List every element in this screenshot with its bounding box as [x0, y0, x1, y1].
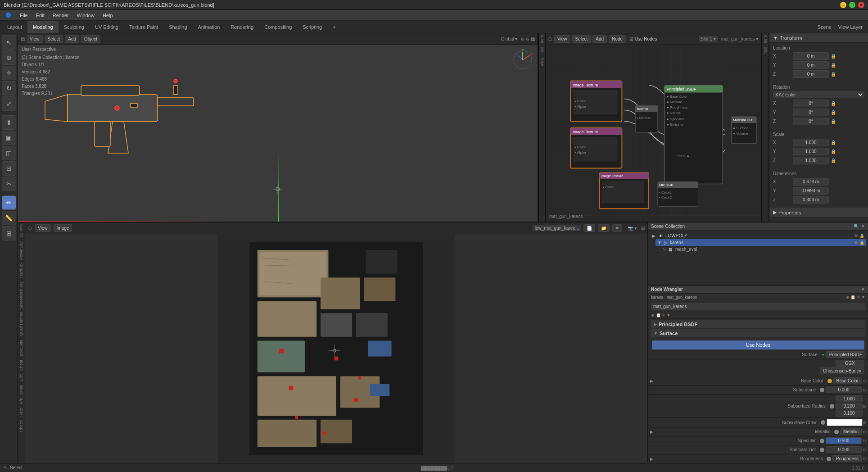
maximize-button[interactable]: □ [849, 2, 855, 8]
uv-image-content[interactable] [25, 234, 647, 463]
loc-x-input[interactable]: 0 m [793, 52, 829, 60]
tool-bevel[interactable]: ◫ [2, 146, 16, 160]
mat-options[interactable]: ⊕ 📋 ✕ ▼ [846, 295, 865, 300]
christensen-dropdown[interactable]: Christensen-Burley [820, 368, 864, 374]
close-button[interactable]: ✕ [858, 2, 864, 8]
side-screencast-tab[interactable]: ScreencastKey [18, 280, 25, 311]
rot-z-input[interactable]: 0° [793, 118, 829, 125]
uv-close-btn[interactable]: ✕ [612, 224, 622, 232]
roughness-expand[interactable]: ▶ [650, 457, 653, 461]
sub-color-menu[interactable]: ⊙ [863, 420, 866, 425]
tool-scale[interactable]: ⤢ [2, 96, 16, 111]
tab-compositing[interactable]: Compositing [259, 21, 297, 33]
subsurface-color-swatch[interactable] [827, 419, 863, 426]
properties-header[interactable]: ▶ Properties [769, 208, 868, 218]
status-select-icon[interactable]: ↖ [4, 465, 7, 470]
tab-uv-editing[interactable]: UV Editing [90, 21, 124, 33]
transform-header[interactable]: ▼ Transform [769, 33, 868, 43]
rot-lock-x[interactable]: 🔒 [831, 101, 836, 106]
vp-select-btn[interactable]: Select [45, 35, 63, 43]
dim-y-input[interactable]: 0.0994 m [793, 187, 829, 195]
sidebar-3d-tab[interactable]: Item [539, 33, 545, 45]
node-add-btn[interactable]: Add [592, 35, 607, 43]
tool-cursor[interactable]: ⊕ [2, 50, 16, 65]
surface-shader-dropdown[interactable]: Principled BSDF [826, 351, 865, 358]
scale-x-input[interactable]: 1.000 [793, 139, 829, 146]
node-node-btn[interactable]: Node [609, 35, 626, 43]
menu-file[interactable]: File [16, 12, 32, 19]
tab-texture-paint[interactable]: Texture Paint [124, 21, 163, 33]
subsurface-input[interactable] [826, 386, 862, 393]
node-select-btn[interactable]: Select [572, 35, 591, 43]
minimize-button[interactable]: ─ [840, 2, 846, 8]
vis-icon-lowpoly[interactable]: 👁 🔒 [854, 234, 864, 238]
preview-section-header[interactable]: ▶ Principled BSDF [651, 320, 865, 328]
menu-render[interactable]: Render [49, 12, 72, 19]
rotation-mode-select[interactable]: XYZ Euler [773, 91, 864, 98]
tab-add[interactable]: + [327, 21, 341, 33]
metallic-expand[interactable]: ▶ [650, 430, 653, 434]
tab-sculpting[interactable]: Sculpting [59, 21, 90, 33]
uv-view-btn[interactable]: View [35, 224, 51, 232]
menu-edit[interactable]: Edit [32, 12, 48, 19]
scale-lock-z[interactable]: 🔒 [831, 158, 836, 163]
tool-annotate[interactable]: ✏ [2, 195, 16, 210]
side-reto-tab[interactable]: Reto [18, 406, 25, 418]
side-edit-tab[interactable]: Edit [18, 372, 25, 383]
metallic-value[interactable]: Metallic [840, 428, 862, 435]
tool-measure[interactable]: 📏 [2, 211, 16, 225]
outliner-search[interactable]: 🔍 [854, 224, 859, 229]
lock-z[interactable]: 🔒 [831, 72, 836, 77]
sub-radius-menu[interactable]: ⊙ [863, 404, 866, 408]
side-boxcutte-tab[interactable]: BoxCutte [18, 338, 25, 358]
dim-z-input[interactable]: 0.304 m [793, 196, 829, 204]
rot-lock-z[interactable]: 🔒 [831, 119, 836, 124]
side-choco-tab[interactable]: Choco [18, 418, 25, 434]
scale-lock-x[interactable]: 🔒 [831, 140, 836, 145]
tab-rendering[interactable]: Rendering [225, 21, 259, 33]
tool-move[interactable]: ✛ [2, 66, 16, 80]
vp-add-btn[interactable]: Add [65, 35, 79, 43]
menu-window[interactable]: Window [73, 12, 98, 19]
node-graph-content[interactable]: Image Texture • Color • Alpha Image Text… [546, 45, 761, 222]
side-quadremes-tab[interactable]: Quad Remes [18, 310, 25, 338]
tab-modeling[interactable]: Modeling [27, 21, 59, 33]
mat-name-field[interactable]: mat_gun_kareos [653, 304, 863, 309]
outliner-filter[interactable]: ▼ [861, 224, 865, 229]
tree-item-mesh[interactable]: ▷ ▦ mesh_eval [661, 246, 866, 253]
vis-icon-kareos[interactable]: 👁 🔒 [854, 241, 864, 245]
spec-tint-menu[interactable]: ⊙ [863, 448, 866, 452]
specular-input[interactable] [826, 437, 862, 444]
rot-lock-y[interactable]: 🔒 [831, 110, 836, 115]
side-powersav-tab[interactable]: PowerSav [18, 240, 25, 262]
loc-z-input[interactable]: 0 m [793, 70, 829, 78]
specular-menu[interactable]: ⊙ [863, 439, 866, 443]
sidebar-view-tab[interactable]: View [539, 56, 545, 68]
side-cheat-tab[interactable]: Cheat [18, 358, 25, 372]
tree-item-kareos[interactable]: ▼ ▷ kareos 👁 🔒 [656, 239, 866, 246]
node-view-btn[interactable]: View [554, 35, 570, 43]
side-vfe-tab[interactable]: Vfe [18, 396, 25, 406]
sub-radius-x[interactable] [836, 395, 863, 402]
tab-scripting[interactable]: Scripting [297, 21, 327, 33]
menu-help[interactable]: Help [99, 12, 117, 19]
base-color-menu[interactable]: ⊙ [863, 379, 866, 383]
ggx-dropdown[interactable]: GGX [836, 360, 864, 367]
uv-image-btn[interactable]: Image [54, 224, 72, 232]
lock-y[interactable]: 🔒 [831, 63, 836, 68]
sub-radius-y[interactable] [836, 403, 863, 409]
specular-tint-input[interactable] [826, 446, 862, 453]
dim-x-input[interactable]: 0.678 m [793, 178, 829, 186]
metallic-menu[interactable]: ⊙ [863, 430, 866, 434]
use-nodes-button[interactable]: Use Nodes [652, 340, 864, 349]
scale-y-input[interactable]: 1.000 [793, 148, 829, 155]
scale-lock-y[interactable]: 🔒 [831, 149, 836, 154]
tool-select[interactable]: ↖ [2, 35, 16, 50]
tool-rotate[interactable]: ↻ [2, 81, 16, 95]
base-color-value[interactable]: Base Color [833, 377, 862, 384]
tree-item-lowpoly[interactable]: ▶ 👁 LOWPOLY 👁 🔒 [650, 232, 866, 239]
side-hardop-tab[interactable]: HardOp [18, 262, 25, 280]
shader-options-btn[interactable]: ⊕ 📋 ✕ ▼ [651, 313, 670, 318]
tab-animation[interactable]: Animation [193, 21, 226, 33]
node-tool-tab[interactable]: Tool [762, 45, 769, 56]
